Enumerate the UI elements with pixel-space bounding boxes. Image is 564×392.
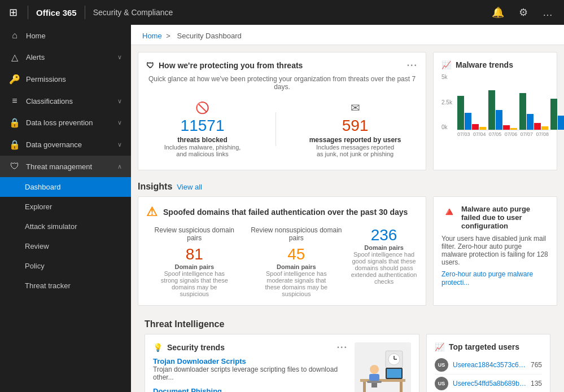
sidebar-item-label: Permissions xyxy=(26,75,66,83)
warning-icon: ⚠ xyxy=(146,205,158,219)
protection-card: 🛡 How we're protecting you from threats … xyxy=(138,52,426,170)
top-users-list: US Usereac1884c3573c6f4e... 765 US Usere… xyxy=(435,356,542,392)
protection-title: How we're protecting you from threats xyxy=(159,61,303,70)
bar-group-4 xyxy=(550,99,564,130)
trend-title-2[interactable]: Document Phishing xyxy=(153,387,348,392)
bar xyxy=(479,127,486,130)
bar-group-3 xyxy=(519,93,548,130)
spoofed-domains-card: ⚠ Spoofed domains that failed authentica… xyxy=(138,196,426,306)
user-avatar-2: US xyxy=(435,377,448,390)
blocked-icon: 🚫 xyxy=(163,101,242,114)
chart-icon: 📈 xyxy=(441,60,451,69)
sidebar-item-threat-management[interactable]: 🛡 Threat management ∧ xyxy=(0,156,131,177)
more-icon[interactable]: … xyxy=(538,5,557,21)
sidebar-item-home[interactable]: ⌂ Home xyxy=(0,25,131,46)
user-name-2[interactable]: Userec54ffd5a8b689b8f... xyxy=(453,380,526,387)
sidebar-subitem-label: Dashboard xyxy=(25,183,61,191)
chart-bars xyxy=(457,74,549,130)
sidebar-item-alerts[interactable]: △ Alerts ∨ xyxy=(0,46,131,68)
svg-rect-13 xyxy=(371,383,377,387)
security-trends-menu[interactable]: ··· xyxy=(337,342,348,353)
messages-label: messages reported by users xyxy=(309,136,401,144)
data-governance-icon: 🔒 xyxy=(9,139,20,150)
y-label-2-5k: 2.5k xyxy=(441,99,452,105)
suspicious-stat: Review suspicious domain pairs 81 Domain… xyxy=(146,226,243,297)
breadcrumb-home[interactable]: Home xyxy=(142,32,162,40)
sidebar-subitem-policy[interactable]: Policy xyxy=(0,256,131,276)
view-all-link[interactable]: View all xyxy=(177,183,202,191)
pass-stat: 236 Domain pairs Spoof intelligence had … xyxy=(350,226,418,297)
users-chart-icon: 📈 xyxy=(435,342,444,351)
top-users-title-text: Top targeted users xyxy=(449,342,519,351)
malware-alert-link[interactable]: Zero-hour auto purge malware protecti... xyxy=(441,270,533,287)
topbar-divider xyxy=(28,6,28,19)
security-trends-card: 💡 Security trends ··· Trojan Downloader … xyxy=(145,334,419,392)
moderate-type: Domain pairs xyxy=(243,263,351,270)
sidebar-subitem-attack-simulator[interactable]: Attack simulator xyxy=(0,217,131,236)
suspicious-number: 81 xyxy=(146,245,243,263)
spoofed-title: ⚠ Spoofed domains that failed authentica… xyxy=(146,205,418,219)
bar xyxy=(534,123,541,130)
security-trends-title: 💡 Security trends ··· xyxy=(153,342,348,353)
sidebar-item-label: Threat management xyxy=(26,162,92,171)
trend-title-1[interactable]: Trojan Downloader Scripts xyxy=(153,357,348,365)
pass-desc: Spoof intelligence had good signals that… xyxy=(350,251,418,285)
trend-item-1: Trojan Downloader Scripts Trojan downloa… xyxy=(153,357,348,381)
bell-icon[interactable]: 🔔 xyxy=(487,4,509,21)
sidebar-item-data-governance[interactable]: 🔒 Data governance ∨ xyxy=(0,134,131,156)
sidebar-subitem-label: Attack simulator xyxy=(25,222,77,231)
error-icon: 🔺 xyxy=(441,205,457,219)
grid-icon[interactable]: ⊞ xyxy=(7,4,20,21)
messages-icon: ✉ xyxy=(309,101,401,114)
suspicious-desc: Spoof intelligence has strong signals th… xyxy=(160,270,228,297)
bar xyxy=(503,125,510,130)
sidebar-subitem-explorer[interactable]: Explorer xyxy=(0,197,131,217)
pass-number: 236 xyxy=(350,226,418,244)
moderate-stat: Review nonsuspicious domain pairs 45 Dom… xyxy=(243,226,351,297)
malware-title: Malware trends xyxy=(456,60,513,69)
threat-intel-grid: 💡 Security trends ··· Trojan Downloader … xyxy=(138,334,557,392)
card-menu-icon[interactable]: ··· xyxy=(407,60,418,71)
x-label-4: 07/06 xyxy=(505,131,518,137)
card-title: 🛡 How we're protecting you from threats … xyxy=(146,60,418,71)
breadcrumb-separator: > xyxy=(166,32,170,40)
user-count-1: 765 xyxy=(531,361,542,369)
sidebar-subitem-threat-tracker[interactable]: Threat tracker xyxy=(0,276,131,296)
bar xyxy=(510,128,517,130)
bar xyxy=(496,110,502,130)
breadcrumb-current: Security Dashboard xyxy=(177,32,242,40)
svg-rect-12 xyxy=(367,381,382,383)
x-label-2: 07/04 xyxy=(473,131,486,137)
sidebar-subitem-dashboard[interactable]: Dashboard xyxy=(0,177,131,197)
malware-alert-title-text: Malware auto purge failed due to user co… xyxy=(461,205,549,230)
sidebar-item-data-loss[interactable]: 🔒 Data loss prevention ∨ xyxy=(0,112,131,134)
stat-divider xyxy=(276,112,276,146)
user-item-1: US Usereac1884c3573c6f4e... 765 xyxy=(435,356,542,375)
sidebar-item-label: Classifications xyxy=(26,97,73,105)
shield-icon: 🛡 xyxy=(146,61,154,70)
topbar-divider2 xyxy=(85,6,85,19)
user-initials-2: US xyxy=(438,381,445,386)
gear-icon[interactable]: ⚙ xyxy=(514,4,532,21)
main-layout: ⌂ Home △ Alerts ∨ 🔑 Permissions ≡ Classi… xyxy=(0,25,564,392)
malware-card-title: 📈 Malware trends xyxy=(441,60,549,69)
pass-type: Domain pairs xyxy=(350,244,418,251)
user-name-1[interactable]: Usereac1884c3573c6f4e... xyxy=(453,361,526,369)
bar xyxy=(541,126,548,130)
y-label-5k: 5k xyxy=(441,74,452,80)
sidebar-subitem-review[interactable]: Review xyxy=(0,236,131,256)
user-initials-1: US xyxy=(438,362,445,368)
sidebar-item-classifications[interactable]: ≡ Classifications ∨ xyxy=(0,90,131,112)
top-row-grid: 🛡 How we're protecting you from threats … xyxy=(131,45,564,177)
svg-rect-5 xyxy=(360,379,405,382)
sidebar-item-label: Alerts xyxy=(26,53,45,61)
spoofed-title-text: Spoofed domains that failed authenticati… xyxy=(163,208,408,217)
malware-alert-card: 🔺 Malware auto purge failed due to user … xyxy=(433,196,557,306)
user-count-2: 135 xyxy=(531,380,542,387)
bar xyxy=(472,124,479,130)
sidebar-item-permissions[interactable]: 🔑 Permissions xyxy=(0,68,131,90)
user-avatar-1: US xyxy=(435,358,448,372)
chevron-icon: ∨ xyxy=(117,119,122,126)
top-users-title: 📈 Top targeted users xyxy=(435,342,542,351)
bulb-icon: 💡 xyxy=(153,343,163,352)
